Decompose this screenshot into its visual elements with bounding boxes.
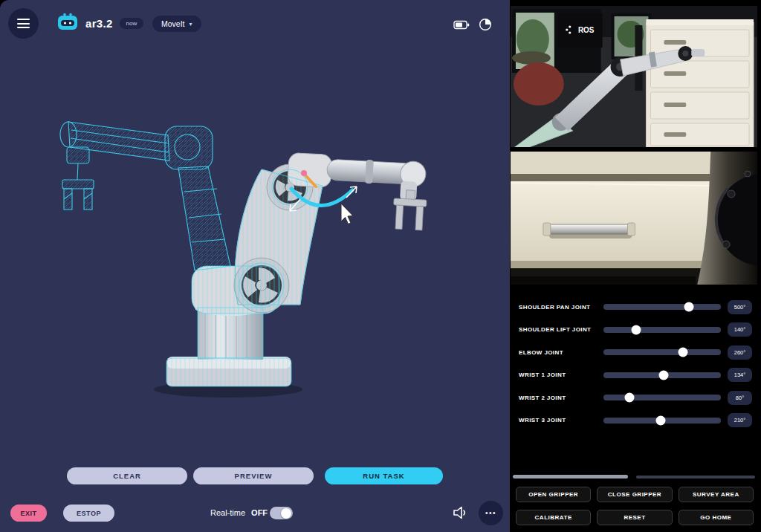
- joint-slider[interactable]: [603, 418, 721, 424]
- slider-thumb[interactable]: [632, 325, 641, 334]
- estop-button[interactable]: ESTOP: [63, 505, 114, 522]
- ros-logo-text: ROS: [578, 26, 595, 34]
- joint-value-badge: 80°: [728, 391, 752, 405]
- realtime-state: OFF: [251, 508, 268, 517]
- hamburger-line: [17, 19, 30, 20]
- robot-command-grid: OPEN GRIPPER CLOSE GRIPPER SURVEY AREA C…: [511, 487, 757, 525]
- drawer-handle: [546, 224, 632, 234]
- slider-thumb[interactable]: [656, 415, 666, 425]
- timer-icon: [479, 18, 492, 34]
- joint-row-shoulder-pan: SHOULDER PAN JOINT 500°: [511, 296, 757, 319]
- joint-slider-list: SHOULDER PAN JOINT 500° SHOULDER LIFT JO…: [511, 296, 757, 432]
- red-chair: [514, 62, 564, 106]
- more-options-button[interactable]: •••: [479, 501, 503, 525]
- cursor-icon: [341, 204, 353, 224]
- camera-feed-bottom: [511, 152, 757, 285]
- task-action-row: CLEAR PREVIEW RUN TASK: [0, 467, 510, 484]
- planner-dropdown[interactable]: MoveIt ▾: [152, 16, 201, 32]
- slider-thumb[interactable]: [658, 370, 668, 380]
- speaker-icon[interactable]: [450, 505, 470, 522]
- realtime-control: Real-time OFF: [210, 508, 268, 517]
- preview-button[interactable]: PREVIEW: [193, 467, 314, 484]
- realtime-toggle[interactable]: [270, 507, 293, 519]
- hamburger-line: [17, 23, 30, 25]
- joint-row-shoulder-lift: SHOULDER LIFT JOINT 140°: [511, 319, 757, 342]
- robot-name: ar3.2: [85, 17, 113, 30]
- joint-label: ELBOW JOINT: [519, 349, 600, 356]
- clear-button[interactable]: CLEAR: [67, 467, 187, 484]
- joint-value-badge: 500°: [728, 300, 752, 314]
- reset-button[interactable]: RESET: [597, 510, 672, 525]
- simulation-panel: ar3.2 now MoveIt ▾: [0, 0, 510, 532]
- joint-slider[interactable]: [603, 327, 721, 333]
- open-gripper-button[interactable]: OPEN GRIPPER: [516, 487, 591, 502]
- hamburger-menu-button[interactable]: [8, 8, 39, 39]
- joint-label: SHOULDER PAN JOINT: [519, 304, 600, 311]
- wireframe-preview-arm: [60, 122, 230, 270]
- calibrate-button[interactable]: CALIBRATE: [516, 510, 591, 525]
- joint-value-badge: 210°: [728, 413, 752, 427]
- joint-row-wrist-2: WRIST 2 JOINT 80°: [511, 386, 757, 409]
- joint-row-wrist-1: WRIST 1 JOINT 134°: [511, 364, 757, 387]
- scrollbar-thumb[interactable]: [513, 475, 628, 479]
- joint-value-badge: 260°: [728, 346, 752, 360]
- app-window: ar3.2 now MoveIt ▾: [0, 0, 761, 532]
- joint-slider[interactable]: [603, 395, 721, 400]
- robot-icon: [56, 13, 79, 34]
- joint-label: WRIST 3 JOINT: [519, 417, 600, 424]
- status-badge: now: [120, 18, 144, 29]
- joint-slider[interactable]: [603, 372, 721, 378]
- toggle-knob[interactable]: [281, 508, 291, 519]
- joint-label: SHOULDER LIFT JOINT: [519, 326, 600, 333]
- cabinet-drawer: [511, 181, 712, 261]
- joint-row-elbow: ELBOW JOINT 260°: [511, 341, 757, 364]
- viewport-3d[interactable]: [0, 43, 510, 461]
- ros-screen: ROS: [558, 13, 603, 48]
- realtime-label: Real-time: [210, 508, 245, 517]
- desk-object: [512, 51, 551, 65]
- planner-label: MoveIt: [161, 19, 185, 28]
- joint-value-badge: 134°: [728, 368, 752, 382]
- close-gripper-button[interactable]: CLOSE GRIPPER: [597, 487, 672, 502]
- control-panel: ROS: [510, 0, 761, 532]
- joint-label: WRIST 1 JOINT: [519, 372, 600, 378]
- spacer: [511, 432, 757, 475]
- slider-thumb[interactable]: [679, 348, 688, 357]
- joint-value-badge: 140°: [728, 322, 752, 337]
- camera-feed-top: ROS: [511, 6, 757, 147]
- joint-slider[interactable]: [603, 304, 721, 310]
- battery-icon: [453, 19, 470, 33]
- joint-label: WRIST 2 JOINT: [519, 395, 600, 401]
- joint-row-wrist-3: WRIST 3 JOINT 210°: [511, 409, 757, 432]
- filing-cabinet: [646, 19, 754, 147]
- panel-scrollbar: [511, 475, 757, 479]
- joint-slider[interactable]: [603, 349, 721, 355]
- run-task-button[interactable]: RUN TASK: [325, 467, 443, 484]
- slider-thumb[interactable]: [684, 302, 694, 312]
- scrollbar-track[interactable]: [636, 476, 755, 479]
- exit-button[interactable]: EXIT: [10, 505, 47, 522]
- slider-thumb[interactable]: [624, 393, 634, 403]
- chevron-down-icon: ▾: [190, 21, 192, 27]
- survey-area-button[interactable]: SURVEY AREA: [679, 487, 754, 502]
- robot-status-chip: ar3.2 now: [56, 13, 143, 34]
- header-status-icons: [453, 18, 492, 34]
- footer-bar: EXIT ESTOP Real-time OFF •••: [0, 505, 510, 524]
- hamburger-line: [17, 27, 30, 28]
- go-home-button[interactable]: GO HOME: [679, 510, 754, 525]
